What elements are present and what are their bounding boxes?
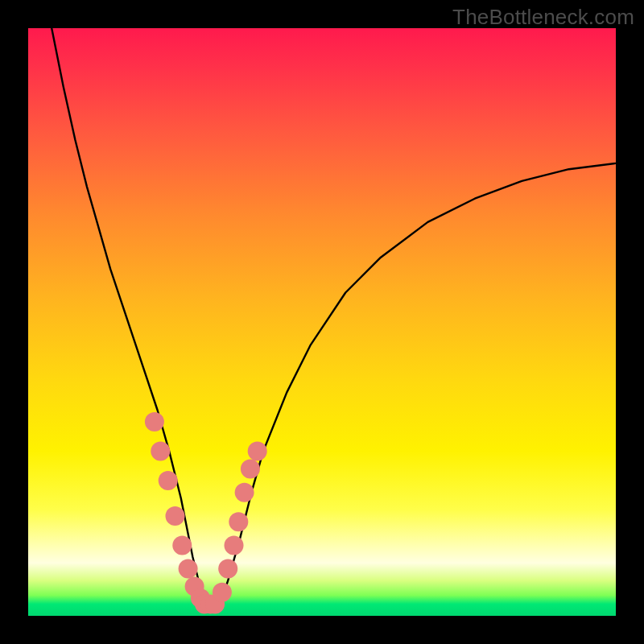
watermark-text: TheBottleneck.com bbox=[452, 5, 634, 30]
curve-line bbox=[52, 28, 616, 604]
plot-area bbox=[28, 28, 616, 616]
data-marker bbox=[151, 442, 170, 461]
data-marker bbox=[213, 583, 232, 602]
data-marker bbox=[166, 506, 185, 526]
data-marker bbox=[159, 471, 178, 490]
chart-svg bbox=[28, 28, 616, 616]
data-marker bbox=[248, 442, 267, 461]
data-markers bbox=[145, 412, 267, 613]
data-marker bbox=[225, 535, 244, 555]
data-marker bbox=[241, 460, 260, 479]
chart-frame: TheBottleneck.com bbox=[0, 0, 644, 644]
data-marker bbox=[235, 483, 254, 502]
data-marker bbox=[229, 512, 248, 531]
data-marker bbox=[172, 535, 192, 555]
data-marker bbox=[218, 559, 237, 579]
data-marker bbox=[145, 412, 164, 431]
data-marker bbox=[179, 559, 198, 579]
